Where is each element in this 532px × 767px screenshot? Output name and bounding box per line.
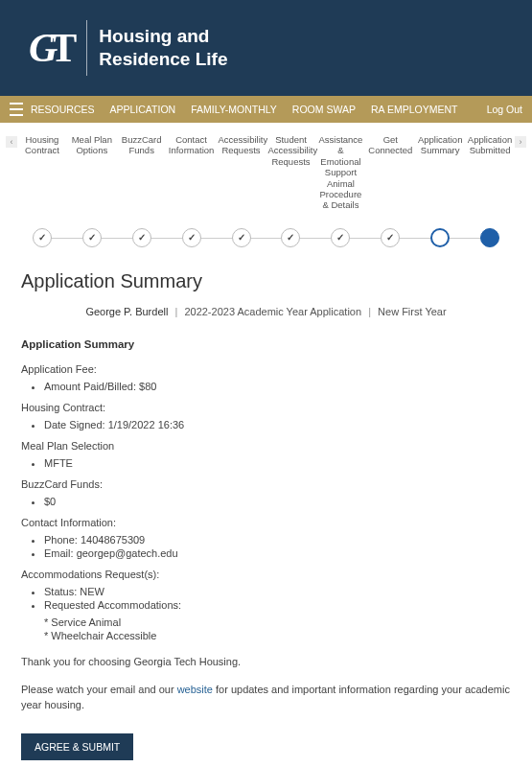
status-value: NEW [80,586,104,597]
phone-value: 14048675309 [81,534,145,546]
buzzcard-label: BuzzCard Funds: [21,478,511,490]
nav-resources[interactable]: RESOURCES [31,104,95,115]
step-line [33,238,499,239]
meta-separator: | [171,306,181,317]
accommodations-label: Accommodations Request(s): [21,569,511,580]
step-labels: Housing Contract Meal Plan Options BuzzC… [19,134,513,211]
step-circle-complete-icon[interactable] [331,228,350,247]
agree-submit-button[interactable]: AGREE & SUBMIT [21,733,133,760]
navbar: RESOURCES APPLICATION FAMILY-MONTHLY ROO… [0,96,532,123]
applicant-name: George P. Burdell [85,306,168,317]
step-label[interactable]: Application Summary [417,134,463,156]
step-next-icon[interactable]: › [515,136,526,148]
logo-divider [86,20,87,76]
req-item: * Service Animal [44,616,511,628]
step-circle-complete-icon[interactable] [132,228,151,247]
req-item: * Wheelchair Accessible [44,630,511,641]
step-label[interactable]: Housing Contract [19,134,65,156]
page-title: Application Summary [21,270,511,292]
date-signed: Date Signed: 1/19/2022 16:36 [44,419,511,430]
step-tracker: ‹ › Housing Contract Meal Plan Options B… [0,123,532,257]
status-label: Status: [44,586,77,597]
summary-heading: Application Summary [21,338,511,350]
requested-items: * Service Animal * Wheelchair Accessible [21,616,511,641]
header-banner: GT Housing and Residence Life [0,0,532,96]
housing-contract-list: Date Signed: 1/19/2022 16:36 [21,419,511,430]
nav-family-monthly[interactable]: FAMILY-MONTHLY [191,104,277,115]
phone-label: Phone: [44,534,78,546]
step-label[interactable]: BuzzCard Funds [119,134,165,156]
step-label[interactable]: Contact Information [169,134,215,156]
step-circle-upcoming-icon[interactable] [480,228,499,247]
watch-pre: Please watch your email and our [21,684,177,695]
term: 2022-2023 Academic Year Application [184,306,361,317]
meal-plan-value: MFTE [44,457,511,469]
dept-title-line1: Housing and [99,25,227,48]
applicant-meta: George P. Burdell | 2022-2023 Academic Y… [21,306,511,317]
contact-label: Contact Information: [21,517,511,528]
step-label[interactable]: Student Accessibility Requests [268,134,314,167]
status-row: Status: NEW [44,586,511,597]
logo-block: GT Housing and Residence Life [29,20,227,76]
step-circle-complete-icon[interactable] [182,228,201,247]
nav-application[interactable]: APPLICATION [110,104,176,115]
step-circle-complete-icon[interactable] [232,228,251,247]
phone-row: Phone: 14048675309 [44,534,511,546]
step-label[interactable]: Application Submitted [467,134,513,156]
buzzcard-value: $0 [44,496,511,507]
logout-link[interactable]: Log Out [487,104,522,115]
dept-title: Housing and Residence Life [99,25,227,71]
gt-logo: GT [29,25,75,71]
email-value: georgep@gatech.edu [77,547,178,559]
step-circle-complete-icon[interactable] [33,228,52,247]
email-label: Email: [44,547,74,559]
watch-text: Please watch your email and our website … [21,683,511,712]
student-type: New First Year [378,306,447,317]
accommodations-list: Status: NEW Requested Accommodations: [21,586,511,611]
main-content: Application Summary George P. Burdell | … [0,257,532,767]
amount-paid: Amount Paid/Billed: $80 [44,381,511,392]
thanks-text: Thank you for choosing Georgia Tech Hous… [21,655,511,669]
step-circle-current-icon[interactable] [430,228,450,247]
step-circle-complete-icon[interactable] [281,228,300,247]
step-circles [19,228,513,247]
step-label[interactable]: Get Connected [367,134,413,156]
email-row: Email: georgep@gatech.edu [44,547,511,559]
step-circle-complete-icon[interactable] [381,228,400,247]
buzzcard-list: $0 [21,496,511,507]
step-circle-complete-icon[interactable] [82,228,102,247]
housing-contract-label: Housing Contract: [21,402,511,413]
nav-links: RESOURCES APPLICATION FAMILY-MONTHLY ROO… [31,104,487,115]
meal-plan-label: Meal Plan Selection [21,440,511,452]
website-link[interactable]: website [177,684,213,695]
step-label[interactable]: Assistance & Emotional Support Animal Pr… [318,134,364,211]
app-fee-label: Application Fee: [21,363,511,375]
nav-room-swap[interactable]: ROOM SWAP [292,104,356,115]
meal-plan-list: MFTE [21,457,511,469]
step-label[interactable]: Accessibility Requests [219,134,265,156]
dept-title-line2: Residence Life [99,48,227,71]
nav-ra-employment[interactable]: RA EMPLOYMENT [371,104,457,115]
hamburger-icon[interactable] [10,103,23,116]
contact-list: Phone: 14048675309 Email: georgep@gatech… [21,534,511,559]
requested-label: Requested Accommodations: [44,599,511,611]
meta-separator: | [364,306,375,317]
step-prev-icon[interactable]: ‹ [6,136,17,148]
app-fee-list: Amount Paid/Billed: $80 [21,381,511,392]
step-label[interactable]: Meal Plan Options [69,134,115,156]
